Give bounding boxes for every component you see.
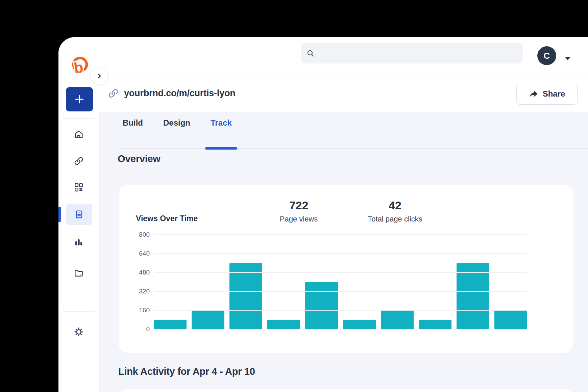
- bar-1: [154, 320, 187, 329]
- avatar-initial: C: [544, 51, 550, 61]
- campaigns-folder-icon: [74, 268, 84, 278]
- header-divider: [99, 75, 588, 75]
- tab-design[interactable]: Design: [163, 117, 190, 150]
- chart-title: Views Over Time: [136, 214, 198, 223]
- y-tick-160: 160: [126, 307, 150, 314]
- stat-value: 42: [354, 199, 436, 212]
- bar-5: [305, 282, 338, 329]
- gridline-160: [154, 310, 527, 311]
- bar-3: [229, 263, 262, 329]
- stat-label: Page views: [258, 215, 339, 224]
- link-activity-title: Link Activity for Apr 4 - Apr 10: [118, 366, 255, 377]
- sidebar-item-pages[interactable]: [66, 204, 92, 225]
- y-tick-0: 0: [126, 325, 150, 333]
- sidebar-divider-top: [63, 118, 95, 119]
- bar-7: [381, 310, 414, 329]
- bar-series: [154, 235, 527, 329]
- link-icon: [74, 156, 84, 166]
- bar-4: [267, 320, 300, 329]
- sidebar: b: [58, 37, 99, 392]
- sidebar-item-home[interactable]: [66, 125, 92, 144]
- sidebar-item-settings[interactable]: [66, 322, 92, 341]
- chevron-right-icon: [96, 72, 103, 80]
- bar-8: [419, 320, 451, 329]
- share-button[interactable]: Share: [516, 83, 578, 105]
- url-link-icon: [108, 88, 119, 99]
- analytics-icon: [74, 237, 84, 247]
- gridline-800: [154, 234, 527, 235]
- plus-icon: [74, 94, 85, 105]
- stat-page-views: 722 Page views: [258, 199, 339, 224]
- bar-chart-plot: 8006404803201600: [154, 235, 527, 329]
- search-icon: [306, 49, 315, 58]
- sidebar-item-links[interactable]: [66, 152, 92, 171]
- tabs: BuildDesignTrack: [123, 117, 232, 150]
- y-tick-640: 640: [126, 250, 150, 257]
- sidebar-item-qr-codes[interactable]: [66, 178, 92, 197]
- stat-total-page-clicks: 42 Total page clicks: [354, 199, 436, 224]
- bar-10: [494, 310, 527, 329]
- star-glyph: [79, 273, 82, 276]
- gridline-480: [154, 272, 527, 273]
- account-menu-button[interactable]: [564, 57, 571, 60]
- gridline-0: [154, 329, 527, 330]
- home-icon: [74, 129, 84, 139]
- bar-6: [343, 320, 376, 329]
- active-nav-indicator: [58, 207, 61, 222]
- tab-track[interactable]: Track: [211, 117, 232, 150]
- bitly-logo[interactable]: b: [70, 56, 89, 77]
- settings-gear-icon: [74, 327, 84, 337]
- avatar[interactable]: C: [537, 46, 556, 65]
- page-title: Overview: [118, 153, 161, 164]
- tab-build[interactable]: Build: [123, 117, 143, 150]
- create-new-button[interactable]: [66, 87, 93, 111]
- bar-9: [457, 263, 489, 329]
- page-url: yourbrnd.co/m/curtis-lyon: [124, 88, 236, 99]
- stat-label: Total page clicks: [354, 215, 436, 224]
- y-tick-320: 320: [126, 288, 150, 295]
- gridline-320: [154, 291, 527, 292]
- pages-icon: [74, 209, 84, 219]
- share-arrow-icon: [529, 89, 538, 98]
- screenshot-stage: b: [0, 0, 588, 392]
- content-area: BuildDesignTrack Overview Views Over Tim…: [99, 112, 588, 392]
- sidebar-item-campaigns[interactable]: [66, 263, 92, 282]
- search-input[interactable]: [318, 49, 518, 58]
- link-activity-card: [119, 389, 573, 392]
- sidebar-divider-bottom: [63, 311, 95, 312]
- app-window: b: [58, 37, 588, 392]
- sidebar-collapse-button[interactable]: [90, 67, 108, 85]
- y-tick-480: 480: [126, 269, 150, 276]
- global-search[interactable]: [301, 43, 523, 63]
- share-label: Share: [543, 89, 565, 99]
- bar-2: [192, 310, 224, 329]
- logo-letter: b: [73, 58, 84, 76]
- stat-value: 722: [258, 199, 339, 212]
- views-over-time-card: Views Over Time 722 Page views 42 Total …: [119, 185, 573, 353]
- caret-down-icon: [564, 57, 571, 60]
- qr-code-icon: [74, 182, 84, 192]
- y-tick-800: 800: [126, 231, 150, 238]
- sidebar-item-analytics[interactable]: [66, 233, 92, 252]
- gridline-640: [154, 253, 527, 254]
